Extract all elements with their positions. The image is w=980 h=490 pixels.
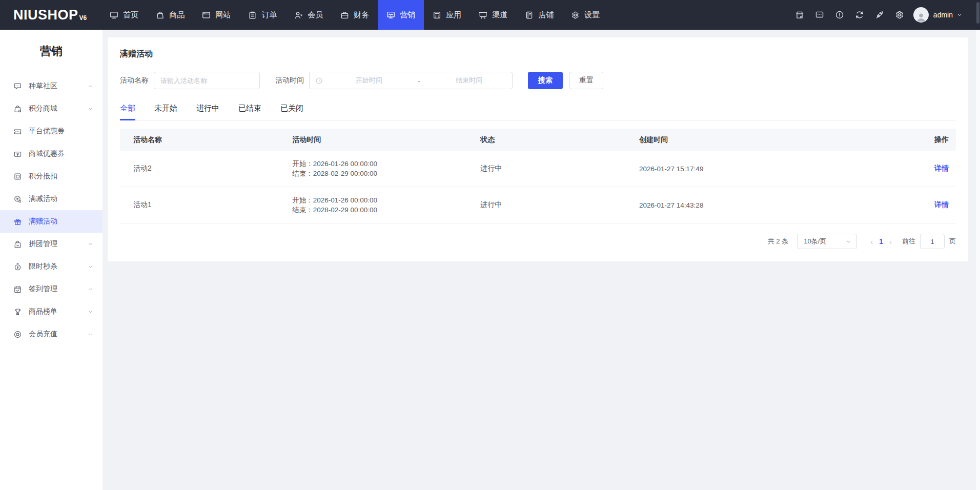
chevron-down-icon bbox=[88, 309, 93, 315]
topnav-item-label: 店铺 bbox=[538, 10, 554, 20]
chevron-down-icon bbox=[956, 12, 963, 18]
detail-link[interactable]: 详情 bbox=[934, 200, 949, 209]
topnav-item-label: 设置 bbox=[584, 10, 600, 20]
message-icon[interactable] bbox=[815, 10, 824, 19]
sidebar-item-label: 积分抵扣 bbox=[29, 172, 93, 181]
refresh-icon[interactable] bbox=[855, 10, 864, 19]
time-end: 结束：2028-02-29 00:00:00 bbox=[292, 169, 470, 178]
cell-activity-name: 活动1 bbox=[120, 200, 287, 210]
cell-action: 详情 bbox=[855, 164, 956, 173]
top-navbar: NIUSHOP V6 首页商品网站订单会员财务营销应用渠道店铺设置 admin bbox=[0, 0, 980, 30]
start-time-placeholder[interactable]: 开始时间 bbox=[326, 76, 412, 85]
gift-icon bbox=[13, 217, 22, 226]
chevron-down-icon bbox=[88, 241, 93, 247]
sidebar-item-label: 限时秒杀 bbox=[29, 262, 88, 271]
gear-icon[interactable] bbox=[895, 10, 904, 19]
activity-table: 活动名称活动时间状态创建时间操作 活动2开始：2026-01-26 00:00:… bbox=[120, 129, 956, 223]
sidebar-item-community[interactable]: 种草社区 bbox=[0, 75, 103, 97]
sidebar-item-points-deduct[interactable]: 积分抵扣 bbox=[0, 165, 103, 188]
sidebar-item-full-discount[interactable]: 满减活动 bbox=[0, 188, 103, 210]
store-icon[interactable] bbox=[795, 10, 804, 19]
topnav-item-app[interactable]: 应用 bbox=[424, 0, 470, 30]
column-header: 操作 bbox=[855, 135, 956, 145]
topnav-item-goods[interactable]: 商品 bbox=[147, 0, 193, 30]
topnav-item-label: 商品 bbox=[169, 10, 185, 20]
groupon-icon bbox=[13, 240, 22, 249]
rocket-icon[interactable] bbox=[875, 10, 884, 19]
topnav-item-label: 网站 bbox=[215, 10, 231, 20]
user-name: admin bbox=[933, 11, 953, 19]
detail-link[interactable]: 详情 bbox=[934, 164, 949, 172]
topnav-item-channel[interactable]: 渠道 bbox=[470, 0, 516, 30]
topnav-item-settings[interactable]: 设置 bbox=[562, 0, 608, 30]
ranking-icon bbox=[13, 308, 22, 316]
checkin-icon bbox=[13, 285, 22, 294]
chevron-down-icon bbox=[88, 287, 93, 292]
sidebar-item-full-gift[interactable]: 满赠活动 bbox=[0, 210, 103, 233]
user-menu[interactable]: admin bbox=[913, 7, 963, 23]
table-row: 活动1开始：2026-01-26 00:00:00结束：2028-02-29 0… bbox=[120, 187, 956, 223]
topnav-item-order[interactable]: 订单 bbox=[239, 0, 285, 30]
tab-all[interactable]: 全部 bbox=[120, 104, 135, 120]
topnav-item-website[interactable]: 网站 bbox=[193, 0, 239, 30]
sidebar-item-label: 商品榜单 bbox=[29, 307, 88, 316]
tab-not-started[interactable]: 未开始 bbox=[154, 104, 177, 120]
activity-name-input[interactable] bbox=[154, 72, 260, 89]
end-time-placeholder[interactable]: 结束时间 bbox=[426, 76, 513, 85]
sidebar-item-checkin[interactable]: 签到管理 bbox=[0, 278, 103, 300]
topnav-quick-icons bbox=[784, 10, 904, 19]
topnav-item-finance[interactable]: 财务 bbox=[332, 0, 378, 30]
clock-icon bbox=[315, 77, 323, 85]
sidebar: 营销 种草社区积分商城平台优惠券商城优惠券积分抵扣满减活动满赠活动拼团管理限时秒… bbox=[0, 30, 103, 490]
sidebar-item-groupon[interactable]: 拼团管理 bbox=[0, 233, 103, 255]
status-tabs: 全部未开始进行中已结束已关闭 bbox=[120, 104, 956, 120]
points-mall-icon bbox=[13, 105, 22, 113]
topnav-item-home[interactable]: 首页 bbox=[101, 0, 147, 30]
current-page[interactable]: 1 bbox=[879, 237, 883, 246]
topnav-item-label: 订单 bbox=[261, 10, 277, 20]
platform-coupon-icon bbox=[13, 127, 22, 136]
scrollbar-thumb[interactable] bbox=[976, 2, 979, 24]
time-start: 开始：2026-01-26 00:00:00 bbox=[292, 195, 470, 205]
sidebar-divider bbox=[5, 70, 97, 70]
activity-time-label: 活动时间 bbox=[275, 76, 304, 85]
page-title: 满赠活动 bbox=[120, 49, 956, 59]
sidebar-item-ranking[interactable]: 商品榜单 bbox=[0, 300, 103, 323]
tab-in-progress[interactable]: 进行中 bbox=[196, 104, 219, 120]
sidebar-item-points-mall[interactable]: 积分商城 bbox=[0, 97, 103, 120]
info-icon[interactable] bbox=[835, 10, 844, 19]
niushop-logo[interactable]: NIUSHOP V6 bbox=[13, 0, 87, 30]
tab-closed[interactable]: 已关闭 bbox=[280, 104, 303, 120]
sidebar-item-recharge[interactable]: 会员充值 bbox=[0, 323, 103, 345]
topnav-item-marketing[interactable]: 营销 bbox=[378, 0, 424, 30]
sidebar-item-label: 种草社区 bbox=[29, 81, 88, 91]
shop-icon bbox=[525, 11, 534, 19]
tab-ended[interactable]: 已结束 bbox=[238, 104, 261, 120]
search-button[interactable]: 搜索 bbox=[528, 72, 563, 89]
scrollbar-track[interactable] bbox=[976, 30, 980, 490]
topnav-item-shop[interactable]: 店铺 bbox=[516, 0, 562, 30]
topnav-item-member[interactable]: 会员 bbox=[285, 0, 332, 30]
seckill-icon bbox=[13, 262, 22, 271]
topnav-menu: 首页商品网站订单会员财务营销应用渠道店铺设置 bbox=[101, 0, 608, 30]
topnav-item-label: 会员 bbox=[308, 10, 323, 20]
sidebar-item-label: 会员充值 bbox=[29, 330, 88, 339]
date-range-picker[interactable]: 开始时间 - 结束时间 bbox=[309, 72, 513, 89]
cell-activity-time: 开始：2026-01-26 00:00:00结束：2028-02-29 00:0… bbox=[287, 159, 475, 178]
cell-status: 进行中 bbox=[475, 164, 634, 173]
sidebar-item-platform-coupon[interactable]: 平台优惠券 bbox=[0, 120, 103, 142]
content-card: 满赠活动 活动名称 活动时间 开始时间 - 结束时间 搜索 重置 bbox=[108, 37, 968, 261]
sidebar-item-seckill[interactable]: 限时秒杀 bbox=[0, 255, 103, 278]
community-icon bbox=[13, 82, 22, 91]
next-page-button[interactable]: › bbox=[889, 238, 892, 246]
filter-bar: 活动名称 活动时间 开始时间 - 结束时间 搜索 重置 bbox=[120, 72, 956, 89]
reset-button[interactable]: 重置 bbox=[569, 72, 603, 89]
page-size-select[interactable]: 10条/页 bbox=[797, 234, 857, 249]
prev-page-button[interactable]: ‹ bbox=[870, 238, 873, 246]
table-header: 活动名称活动时间状态创建时间操作 bbox=[120, 129, 956, 151]
channel-icon bbox=[479, 11, 487, 19]
chevron-down-icon bbox=[88, 106, 93, 112]
sidebar-item-mall-coupon[interactable]: 商城优惠券 bbox=[0, 142, 103, 165]
sidebar-item-label: 拼团管理 bbox=[29, 239, 88, 249]
goto-page-input[interactable] bbox=[920, 234, 945, 249]
